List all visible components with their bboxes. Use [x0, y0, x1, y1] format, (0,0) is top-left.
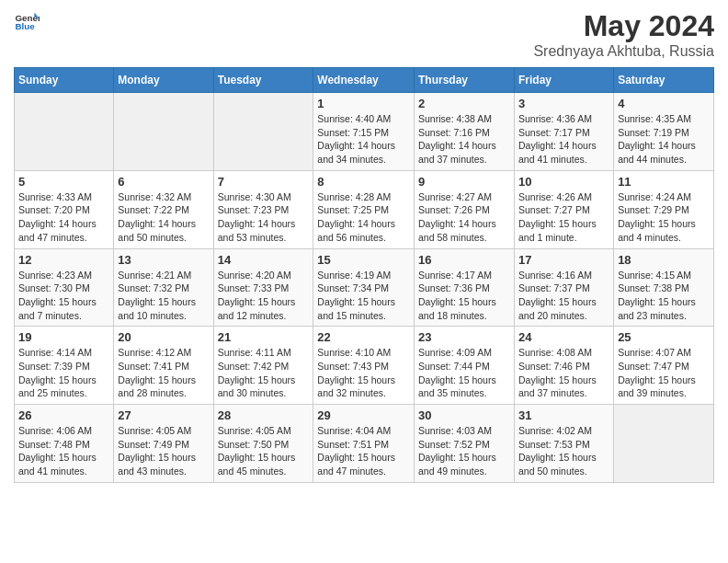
day-number: 8 [317, 175, 410, 189]
cell-details: Sunrise: 4:36 AMSunset: 7:17 PMDaylight:… [518, 112, 609, 167]
cell-details: Sunrise: 4:04 AMSunset: 7:51 PMDaylight:… [317, 424, 410, 478]
cell-details: Sunrise: 4:20 AMSunset: 7:33 PMDaylight:… [218, 269, 310, 323]
cell-details: Sunrise: 4:14 AMSunset: 7:39 PMDaylight:… [18, 346, 109, 400]
calendar-cell: 11Sunrise: 4:24 AMSunset: 7:29 PMDayligh… [614, 170, 714, 248]
calendar-cell: 4Sunrise: 4:35 AMSunset: 7:19 PMDaylight… [614, 93, 714, 171]
calendar-cell: 15Sunrise: 4:19 AMSunset: 7:34 PMDayligh… [313, 248, 415, 327]
week-row-2: 5Sunrise: 4:33 AMSunset: 7:20 PMDaylight… [15, 170, 714, 248]
day-number: 18 [618, 253, 710, 267]
day-number: 29 [317, 408, 410, 422]
header: General Blue May 2024 Srednyaya Akhtuba,… [14, 9, 714, 60]
calendar-cell: 14Sunrise: 4:20 AMSunset: 7:33 PMDayligh… [213, 248, 313, 327]
day-number: 6 [118, 175, 209, 189]
day-number: 10 [518, 175, 609, 189]
weekday-header-thursday: Thursday [415, 68, 515, 93]
day-number: 2 [418, 97, 510, 110]
cell-details: Sunrise: 4:23 AMSunset: 7:30 PMDaylight:… [18, 269, 109, 323]
cell-details: Sunrise: 4:03 AMSunset: 7:52 PMDaylight:… [418, 424, 510, 478]
day-number: 26 [18, 408, 109, 422]
calendar-cell: 30Sunrise: 4:03 AMSunset: 7:52 PMDayligh… [415, 405, 515, 483]
day-number: 31 [518, 408, 609, 422]
cell-details: Sunrise: 4:07 AMSunset: 7:47 PMDaylight:… [618, 346, 710, 400]
calendar-cell: 12Sunrise: 4:23 AMSunset: 7:30 PMDayligh… [15, 248, 114, 327]
day-number: 13 [118, 253, 209, 267]
day-number: 3 [518, 97, 609, 110]
week-row-1: 1Sunrise: 4:40 AMSunset: 7:15 PMDaylight… [15, 93, 714, 171]
day-number: 21 [218, 330, 310, 344]
cell-details: Sunrise: 4:28 AMSunset: 7:25 PMDaylight:… [317, 190, 410, 245]
day-number: 12 [18, 253, 109, 267]
weekday-header-tuesday: Tuesday [213, 68, 313, 93]
cell-details: Sunrise: 4:24 AMSunset: 7:29 PMDaylight:… [618, 190, 710, 245]
day-number: 5 [18, 175, 109, 189]
day-number: 27 [118, 408, 209, 422]
calendar-cell: 29Sunrise: 4:04 AMSunset: 7:51 PMDayligh… [313, 405, 415, 483]
day-number: 24 [518, 330, 609, 344]
day-number: 17 [518, 253, 609, 267]
calendar-cell: 19Sunrise: 4:14 AMSunset: 7:39 PMDayligh… [15, 327, 114, 405]
calendar-table: SundayMondayTuesdayWednesdayThursdayFrid… [14, 67, 714, 483]
calendar-cell: 22Sunrise: 4:10 AMSunset: 7:43 PMDayligh… [313, 327, 415, 405]
cell-details: Sunrise: 4:11 AMSunset: 7:42 PMDaylight:… [218, 346, 310, 400]
cell-details: Sunrise: 4:35 AMSunset: 7:19 PMDaylight:… [618, 112, 710, 167]
week-row-4: 19Sunrise: 4:14 AMSunset: 7:39 PMDayligh… [15, 327, 714, 405]
calendar-cell: 13Sunrise: 4:21 AMSunset: 7:32 PMDayligh… [114, 248, 213, 327]
logo: General Blue [14, 9, 40, 35]
cell-details: Sunrise: 4:33 AMSunset: 7:20 PMDaylight:… [18, 190, 109, 245]
calendar-cell: 3Sunrise: 4:36 AMSunset: 7:17 PMDaylight… [515, 93, 614, 171]
main-title: May 2024 [533, 9, 714, 43]
cell-details: Sunrise: 4:27 AMSunset: 7:26 PMDaylight:… [418, 190, 510, 245]
cell-details: Sunrise: 4:30 AMSunset: 7:23 PMDaylight:… [218, 190, 310, 245]
day-number: 25 [618, 330, 710, 344]
weekday-header-wednesday: Wednesday [313, 68, 415, 93]
day-number: 11 [618, 175, 710, 189]
cell-details: Sunrise: 4:17 AMSunset: 7:36 PMDaylight:… [418, 269, 510, 323]
calendar-cell: 31Sunrise: 4:02 AMSunset: 7:53 PMDayligh… [515, 405, 614, 483]
weekday-header-friday: Friday [515, 68, 614, 93]
cell-details: Sunrise: 4:16 AMSunset: 7:37 PMDaylight:… [518, 269, 609, 323]
cell-details: Sunrise: 4:09 AMSunset: 7:44 PMDaylight:… [418, 346, 510, 400]
logo-icon: General Blue [14, 9, 40, 35]
calendar-cell: 25Sunrise: 4:07 AMSunset: 7:47 PMDayligh… [614, 327, 714, 405]
calendar-cell: 1Sunrise: 4:40 AMSunset: 7:15 PMDaylight… [313, 93, 415, 171]
cell-details: Sunrise: 4:10 AMSunset: 7:43 PMDaylight:… [317, 346, 410, 400]
calendar-cell: 6Sunrise: 4:32 AMSunset: 7:22 PMDaylight… [114, 170, 213, 248]
day-number: 23 [418, 330, 510, 344]
cell-details: Sunrise: 4:12 AMSunset: 7:41 PMDaylight:… [118, 346, 209, 400]
weekday-header-saturday: Saturday [614, 68, 714, 93]
day-number: 7 [218, 175, 310, 189]
cell-details: Sunrise: 4:06 AMSunset: 7:48 PMDaylight:… [18, 424, 109, 478]
cell-details: Sunrise: 4:26 AMSunset: 7:27 PMDaylight:… [518, 190, 609, 245]
day-number: 22 [317, 330, 410, 344]
cell-details: Sunrise: 4:08 AMSunset: 7:46 PMDaylight:… [518, 346, 609, 400]
cell-details: Sunrise: 4:15 AMSunset: 7:38 PMDaylight:… [618, 269, 710, 323]
svg-text:Blue: Blue [15, 21, 35, 31]
day-number: 28 [218, 408, 310, 422]
calendar-cell [15, 93, 114, 171]
week-row-5: 26Sunrise: 4:06 AMSunset: 7:48 PMDayligh… [15, 405, 714, 483]
calendar-cell: 26Sunrise: 4:06 AMSunset: 7:48 PMDayligh… [15, 405, 114, 483]
calendar-cell: 20Sunrise: 4:12 AMSunset: 7:41 PMDayligh… [114, 327, 213, 405]
weekday-header-row: SundayMondayTuesdayWednesdayThursdayFrid… [15, 68, 714, 93]
calendar-cell: 24Sunrise: 4:08 AMSunset: 7:46 PMDayligh… [515, 327, 614, 405]
day-number: 16 [418, 253, 510, 267]
calendar-cell [213, 93, 313, 171]
cell-details: Sunrise: 4:32 AMSunset: 7:22 PMDaylight:… [118, 190, 209, 245]
weekday-header-sunday: Sunday [15, 68, 114, 93]
day-number: 14 [218, 253, 310, 267]
weekday-header-monday: Monday [114, 68, 213, 93]
day-number: 1 [317, 97, 410, 110]
calendar-cell: 27Sunrise: 4:05 AMSunset: 7:49 PMDayligh… [114, 405, 213, 483]
day-number: 15 [317, 253, 410, 267]
calendar-cell [614, 405, 714, 483]
calendar-cell: 23Sunrise: 4:09 AMSunset: 7:44 PMDayligh… [415, 327, 515, 405]
calendar-cell: 17Sunrise: 4:16 AMSunset: 7:37 PMDayligh… [515, 248, 614, 327]
day-number: 20 [118, 330, 209, 344]
day-number: 19 [18, 330, 109, 344]
calendar-cell: 5Sunrise: 4:33 AMSunset: 7:20 PMDaylight… [15, 170, 114, 248]
day-number: 4 [618, 97, 710, 110]
cell-details: Sunrise: 4:02 AMSunset: 7:53 PMDaylight:… [518, 424, 609, 478]
calendar-cell: 28Sunrise: 4:05 AMSunset: 7:50 PMDayligh… [213, 405, 313, 483]
cell-details: Sunrise: 4:40 AMSunset: 7:15 PMDaylight:… [317, 112, 410, 167]
subtitle: Srednyaya Akhtuba, Russia [533, 43, 714, 60]
